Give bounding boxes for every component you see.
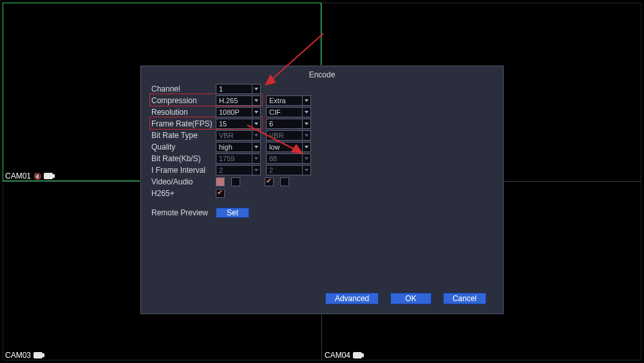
label-iframe: I Frame Interval — [151, 166, 216, 175]
select-compression-extra[interactable]: Extra Stream — [266, 95, 311, 106]
select-resolution-extra[interactable]: CIF — [266, 107, 311, 117]
row-channel: Channel 1 — [151, 83, 316, 95]
checkbox-audio-extra[interactable] — [280, 177, 289, 186]
checkbox-video-extra[interactable] — [265, 177, 274, 186]
label-remote-preview: Remote Preview — [151, 208, 216, 217]
select-iframe-main: 2 — [216, 165, 261, 175]
mute-icon: 🔇 — [33, 173, 41, 180]
select-bitrate-extra: 88 — [266, 153, 311, 164]
select-quality-main[interactable]: high — [216, 142, 261, 152]
chevron-down-icon — [302, 96, 310, 105]
select-framerate-main[interactable]: 15 — [216, 119, 261, 129]
camera-icon — [44, 173, 53, 179]
chevron-down-icon — [252, 166, 260, 175]
label-channel: Channel — [151, 84, 216, 93]
advanced-button[interactable]: Advanced — [325, 293, 379, 304]
chevron-down-icon — [302, 142, 310, 152]
row-iframe: I Frame Interval 2 2 — [151, 164, 316, 176]
camera-1-label: CAM01 🔇 — [5, 172, 53, 181]
select-framerate-extra[interactable]: 6 — [266, 119, 311, 129]
label-h265plus: H265+ — [151, 189, 216, 198]
chevron-down-icon — [252, 142, 260, 152]
select-compression-main[interactable]: H.265 — [216, 95, 261, 106]
label-compression: Compression — [151, 96, 216, 105]
checkbox-h265plus[interactable] — [216, 189, 225, 198]
select-iframe-extra: 2 — [266, 165, 311, 175]
row-h265plus: H265+ — [151, 188, 316, 199]
label-bitrate: Bit Rate(Kb/S) — [151, 154, 216, 163]
checkbox-video-main[interactable] — [216, 177, 225, 186]
chevron-down-icon — [252, 84, 260, 93]
chevron-down-icon — [252, 154, 260, 163]
chevron-down-icon — [252, 96, 260, 105]
chevron-down-icon — [302, 166, 310, 175]
camera-icon — [33, 352, 43, 358]
camera-3-name: CAM03 — [5, 351, 31, 360]
select-bitrate-main: 1759 — [216, 153, 261, 164]
row-video-audio: Video/Audio — [151, 176, 316, 188]
select-bitratetype-extra: VBR — [266, 130, 311, 141]
select-bitratetype-main: VBR — [216, 130, 261, 141]
chevron-down-icon — [302, 131, 310, 140]
row-remote-preview: Remote Preview Set — [151, 207, 316, 219]
camera-4-label: CAM04 — [325, 351, 362, 360]
camera-1-name: CAM01 — [5, 172, 31, 181]
chevron-down-icon — [302, 119, 310, 128]
label-bitratetype: Bit Rate Type — [151, 131, 216, 140]
chevron-down-icon — [252, 131, 260, 140]
row-resolution: Resolution 1080P CIF — [151, 106, 316, 118]
chevron-down-icon — [252, 108, 260, 117]
chevron-down-icon — [302, 108, 310, 117]
dialog-button-bar: Advanced OK Cancel — [325, 293, 486, 304]
row-framerate: Frame Rate(FPS) 15 6 — [151, 118, 316, 130]
label-video-audio: Video/Audio — [151, 177, 216, 186]
camera-4-name: CAM04 — [325, 351, 350, 360]
camera-icon — [353, 352, 362, 358]
select-resolution-main[interactable]: 1080P — [216, 107, 261, 117]
checkbox-audio-main[interactable] — [231, 177, 240, 186]
encode-dialog: Encode Channel 1 Compression H.265 Extra… — [140, 66, 504, 314]
label-quality: Quality — [151, 142, 216, 152]
select-quality-extra[interactable]: low — [266, 142, 311, 152]
row-bitrate: Bit Rate(Kb/S) 1759 88 — [151, 153, 316, 164]
camera-3-label: CAM03 — [5, 351, 43, 360]
label-framerate: Frame Rate(FPS) — [151, 119, 216, 128]
chevron-down-icon — [252, 119, 260, 128]
cancel-button[interactable]: Cancel — [443, 293, 486, 304]
row-compression: Compression H.265 Extra Stream — [151, 95, 316, 106]
dialog-title: Encode — [141, 66, 503, 82]
label-resolution: Resolution — [151, 108, 216, 117]
select-channel[interactable]: 1 — [216, 84, 261, 94]
row-bitratetype: Bit Rate Type VBR VBR — [151, 130, 316, 141]
set-button[interactable]: Set — [216, 208, 249, 218]
row-quality: Quality high low — [151, 141, 316, 153]
chevron-down-icon — [302, 154, 310, 163]
ok-button[interactable]: OK — [390, 293, 431, 304]
